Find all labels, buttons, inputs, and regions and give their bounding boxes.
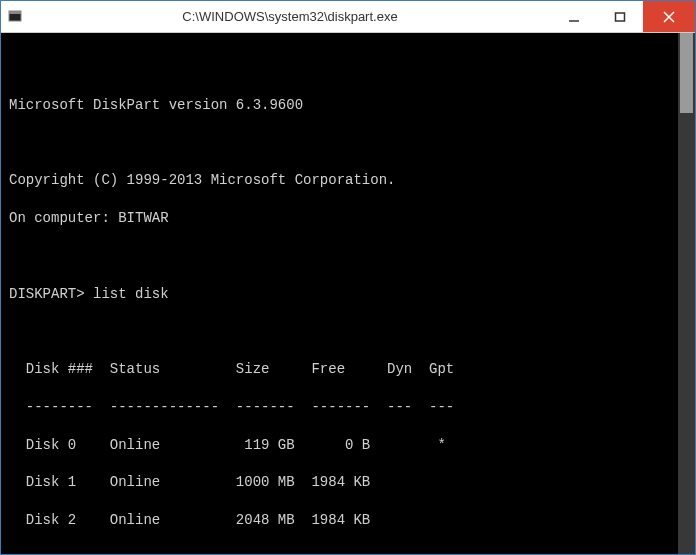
close-button[interactable] [643,1,695,32]
table-header: Disk ### Status Size Free Dyn Gpt [9,360,687,379]
maximize-button[interactable] [597,1,643,32]
version-line: Microsoft DiskPart version 6.3.9600 [9,96,687,115]
app-window: C:\WINDOWS\system32\diskpart.exe Microso… [0,0,696,555]
vertical-scrollbar[interactable] [678,33,695,554]
window-controls [551,1,695,32]
titlebar[interactable]: C:\WINDOWS\system32\diskpart.exe [1,1,695,33]
blank-line [9,322,687,341]
svg-rect-3 [616,13,625,21]
blank-line [9,58,687,77]
table-row: Disk 1 Online 1000 MB 1984 KB [9,473,687,492]
table-divider: -------- ------------- ------- ------- -… [9,398,687,417]
minimize-button[interactable] [551,1,597,32]
svg-rect-1 [9,11,21,14]
scrollbar-thumb[interactable] [680,33,693,113]
prompt-line: DISKPART> list disk [9,285,687,304]
prompt: DISKPART> [9,286,85,302]
blank-line [9,549,687,554]
computer-line: On computer: BITWAR [9,209,687,228]
table-row: Disk 2 Online 2048 MB 1984 KB [9,511,687,530]
system-menu-icon[interactable] [1,1,29,32]
blank-line [9,247,687,266]
blank-line [9,133,687,152]
cmd-list-disk: list disk [93,286,169,302]
console-output[interactable]: Microsoft DiskPart version 6.3.9600 Copy… [1,33,695,554]
window-title: C:\WINDOWS\system32\diskpart.exe [29,9,551,24]
table-row: Disk 0 Online 119 GB 0 B * [9,436,687,455]
copyright-line: Copyright (C) 1999-2013 Microsoft Corpor… [9,171,687,190]
